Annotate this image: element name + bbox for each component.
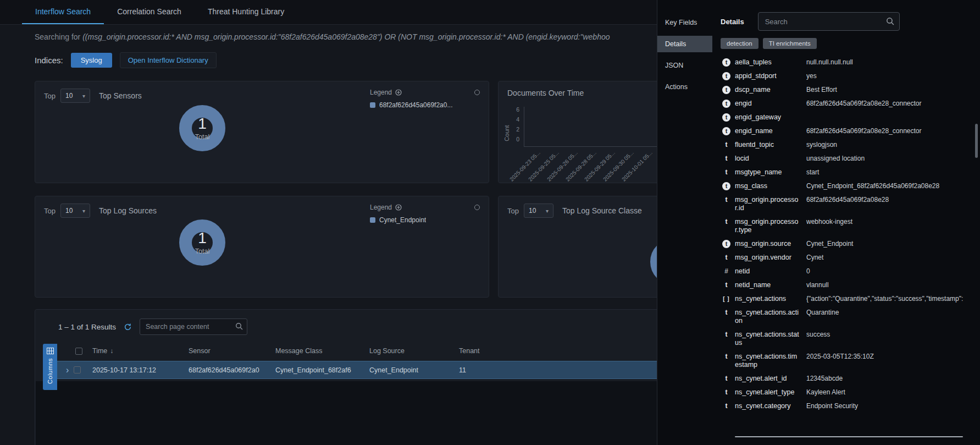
- field-name[interactable]: locid: [735, 155, 800, 163]
- column-header-log-source[interactable]: Log Source: [369, 347, 459, 355]
- tab-correlation-search[interactable]: Correlation Search: [104, 0, 195, 24]
- field-name[interactable]: appid_stdport: [735, 72, 800, 80]
- top-log-sources-donut-chart[interactable]: 1 Total: [179, 219, 225, 266]
- vertical-scrollbar[interactable]: [975, 124, 978, 158]
- field-name[interactable]: engid_name: [735, 127, 800, 135]
- field-name[interactable]: ns_cynet.alert_id: [735, 375, 800, 383]
- field-name[interactable]: ns_cynet.actions.timestamp: [735, 353, 800, 369]
- field-name[interactable]: fluentd_topic: [735, 141, 800, 149]
- field-row: tdscp_nameBest Effort: [721, 83, 966, 97]
- field-value: webhook-ingest: [806, 218, 966, 226]
- field-value: 68f2af626d45a069f2a08e28_connector: [806, 127, 966, 135]
- y-axis-tick: 2: [511, 124, 519, 134]
- field-value: Quarantine: [806, 309, 966, 317]
- panel-menu-icon[interactable]: [474, 90, 480, 95]
- field-name[interactable]: engid_gateway: [735, 113, 800, 122]
- horizontal-scrollbar[interactable]: [735, 436, 963, 437]
- detail-nav-details[interactable]: Details: [657, 36, 712, 52]
- field-row: tlocidunassigned location: [721, 152, 966, 166]
- legend-position-icon[interactable]: [395, 204, 402, 211]
- field-name[interactable]: msgtype_name: [735, 168, 800, 177]
- field-name[interactable]: ns_cynet.category: [735, 402, 800, 410]
- tag-detection[interactable]: detection: [721, 38, 758, 49]
- panel-menu-icon[interactable]: [474, 205, 480, 210]
- top-n-value: 10: [65, 92, 73, 100]
- field-name[interactable]: msg_class: [735, 182, 800, 190]
- refresh-icon: [124, 323, 132, 331]
- legend-item[interactable]: 68f2af626d45a069f2a0...: [370, 101, 464, 109]
- field-value: success: [806, 331, 966, 339]
- text-type-icon: t: [722, 168, 730, 177]
- text-type-icon: t: [722, 388, 730, 397]
- text-type-icon: t: [722, 309, 730, 317]
- field-value: 68f2af626d45a069f2a08e28_connector: [806, 100, 966, 108]
- field-row: tns_cynet.actions.statussuccess: [721, 328, 966, 350]
- field-value: yes: [806, 72, 966, 80]
- y-axis-label: Count: [503, 125, 510, 141]
- field-value: Cynet_Endpoint_68f2af626d45a069f2a08e28: [806, 182, 966, 190]
- field-value: null.null.null.null: [806, 58, 966, 67]
- top-n-select[interactable]: 10 ▾: [524, 204, 553, 218]
- columns-grid-icon: [47, 348, 54, 354]
- legend-item[interactable]: Cynet_Endpoint: [370, 216, 464, 224]
- legend-item-label: 68f2af626d45a069f2a0...: [379, 101, 452, 109]
- field-row: tns_cynet.actions.actionQuarantine: [721, 306, 966, 328]
- detail-nav: Key FieldsDetailsJSONActions: [657, 0, 712, 445]
- keyword-type-icon: t: [722, 86, 730, 94]
- field-name[interactable]: msg_origin.source: [735, 240, 800, 248]
- open-interflow-dictionary-button[interactable]: Open Interflow Dictionary: [120, 52, 217, 68]
- field-row: tns_cynet.actions.timestamp2025-03-05T12…: [721, 350, 966, 372]
- field-name[interactable]: msg_origin.processor.id: [735, 196, 800, 212]
- field-row: tmsg_origin.processor.typewebhook-ingest: [721, 215, 966, 237]
- detail-nav-key-fields[interactable]: Key Fields: [657, 14, 712, 31]
- column-header-time[interactable]: Time↓: [92, 347, 189, 355]
- keyword-type-icon: t: [722, 127, 730, 135]
- detail-nav-actions[interactable]: Actions: [657, 79, 712, 95]
- text-type-icon: t: [722, 402, 730, 410]
- field-name[interactable]: netid_name: [735, 281, 800, 289]
- refresh-button[interactable]: [124, 323, 132, 331]
- column-header-message-class[interactable]: Message Class: [275, 347, 369, 355]
- detail-tags: detectionTI enrichments: [721, 38, 966, 49]
- number-type-icon: #: [722, 267, 730, 276]
- field-name[interactable]: engid: [735, 100, 800, 108]
- top-n-select[interactable]: 10 ▾: [60, 204, 90, 218]
- text-type-icon: t: [722, 141, 730, 149]
- tab-threat-hunting-library[interactable]: Threat Hunting Library: [195, 0, 297, 24]
- top-label: Top: [507, 207, 519, 215]
- field-name[interactable]: ns_cynet.actions: [735, 295, 800, 303]
- detail-search-input[interactable]: [758, 12, 900, 31]
- chevron-down-icon: ▾: [82, 93, 85, 99]
- detail-nav-json[interactable]: JSON: [657, 57, 712, 74]
- page-search-input[interactable]: [140, 318, 247, 335]
- top-sensors-donut-chart[interactable]: 1 Total: [179, 105, 225, 151]
- field-name[interactable]: aella_tuples: [735, 58, 800, 67]
- field-name[interactable]: ns_cynet.alert_type: [735, 388, 800, 397]
- field-name[interactable]: dscp_name: [735, 86, 800, 94]
- field-name[interactable]: msg_origin.vendor: [735, 254, 800, 262]
- detail-content: Details detectionTI enrichments taella_t…: [712, 0, 980, 445]
- field-value: start: [806, 168, 966, 177]
- field-name[interactable]: msg_origin.processor.type: [735, 218, 800, 234]
- top-n-select[interactable]: 10 ▾: [60, 89, 90, 103]
- field-row: taella_tuplesnull.null.null.null: [721, 56, 966, 69]
- tag-ti-enrichments[interactable]: TI enrichments: [763, 38, 817, 49]
- select-all-checkbox[interactable]: [75, 348, 82, 355]
- field-name[interactable]: netid: [735, 267, 800, 276]
- row-checkbox[interactable]: [74, 366, 81, 373]
- tab-interflow-search[interactable]: Interflow Search: [22, 0, 104, 24]
- columns-button[interactable]: Columns: [43, 344, 57, 390]
- field-name[interactable]: ns_cynet.actions.status: [735, 331, 800, 347]
- keyword-type-icon: t: [722, 240, 730, 248]
- legend-swatch-icon: [370, 217, 375, 223]
- syslog-index-button[interactable]: Syslog: [71, 53, 112, 68]
- field-row: tengid_name68f2af626d45a069f2a08e28_conn…: [721, 124, 966, 138]
- docs-yticks: 6420: [511, 105, 519, 144]
- field-row: tmsg_origin.vendorCynet: [721, 251, 966, 265]
- donut-total-label: Total: [195, 248, 209, 255]
- field-name[interactable]: ns_cynet.actions.action: [735, 309, 800, 325]
- record-detail-panel: Key FieldsDetailsJSONActions Details det…: [657, 0, 980, 445]
- column-header-sensor[interactable]: Sensor: [189, 347, 275, 355]
- expand-row-icon[interactable]: ›: [66, 367, 69, 373]
- legend-position-icon[interactable]: [395, 89, 402, 96]
